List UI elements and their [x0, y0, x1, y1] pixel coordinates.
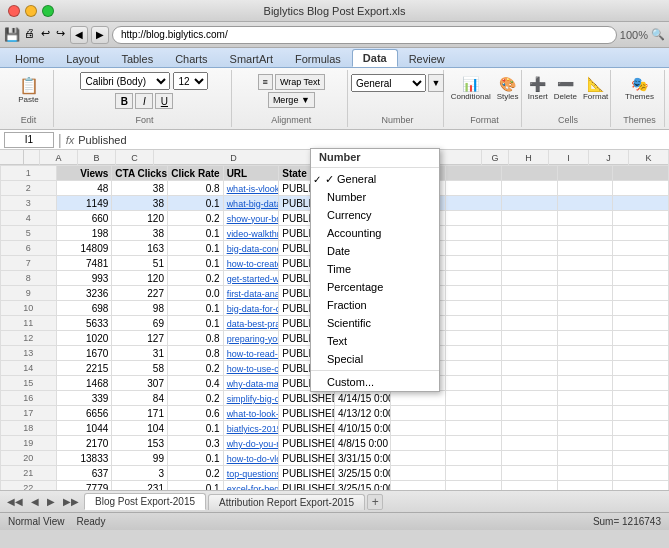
- cell-state[interactable]: PUBLISHED: [279, 421, 335, 436]
- cell-empty[interactable]: [557, 481, 613, 491]
- cell-url[interactable]: biatlyics-2015-conference: [223, 421, 279, 436]
- url-link[interactable]: what-is-vlookup: [227, 184, 279, 194]
- cell-empty[interactable]: [613, 166, 669, 181]
- cell-empty[interactable]: [613, 241, 669, 256]
- cell-state[interactable]: PUBLISHED: [279, 481, 335, 491]
- maximize-button[interactable]: [42, 5, 54, 17]
- cell-views[interactable]: 198: [56, 226, 112, 241]
- cell-empty[interactable]: [501, 196, 557, 211]
- cell-click-rate[interactable]: 0.4: [167, 376, 223, 391]
- cell-views[interactable]: 1468: [56, 376, 112, 391]
- cell-click-rate[interactable]: 0.1: [167, 301, 223, 316]
- cell-empty[interactable]: [501, 316, 557, 331]
- cell-url[interactable]: big-data-for-dummies: [223, 301, 279, 316]
- cell-empty[interactable]: [446, 436, 502, 451]
- cell-empty[interactable]: [501, 211, 557, 226]
- cell-cta[interactable]: 31: [112, 346, 168, 361]
- cell-empty[interactable]: [446, 226, 502, 241]
- dropdown-item-number[interactable]: Number: [311, 188, 439, 206]
- delete-button[interactable]: ➖ Delete: [552, 74, 579, 103]
- cell-cta[interactable]: 98: [112, 301, 168, 316]
- cell-empty[interactable]: [613, 226, 669, 241]
- cell-empty[interactable]: [501, 226, 557, 241]
- cell-url[interactable]: what-to-look-for-in-data-software: [223, 406, 279, 421]
- cell-empty[interactable]: [446, 421, 502, 436]
- cell-cta[interactable]: 120: [112, 211, 168, 226]
- cell-url[interactable]: how-to-do-vlookup: [223, 451, 279, 466]
- dropdown-item-fraction[interactable]: Fraction: [311, 296, 439, 314]
- cell-empty[interactable]: [390, 451, 446, 466]
- number-format-select[interactable]: General Number Currency Accounting Date …: [351, 74, 426, 92]
- cell-empty[interactable]: [390, 466, 446, 481]
- cell-click-rate[interactable]: 0.1: [167, 316, 223, 331]
- cell-empty[interactable]: [390, 406, 446, 421]
- cell-cta[interactable]: 227: [112, 286, 168, 301]
- cell-cta[interactable]: 104: [112, 421, 168, 436]
- cell-cta[interactable]: 127: [112, 331, 168, 346]
- cell-url[interactable]: video-walkthrough-excel: [223, 226, 279, 241]
- cell-url[interactable]: how-to-create-a-pivot-table: [223, 256, 279, 271]
- cell-click-rate[interactable]: 0.2: [167, 211, 223, 226]
- dropdown-item-text[interactable]: Text: [311, 332, 439, 350]
- cell-empty[interactable]: [613, 406, 669, 421]
- cell-empty[interactable]: [446, 376, 502, 391]
- cell-empty[interactable]: [446, 181, 502, 196]
- cell-empty[interactable]: [446, 241, 502, 256]
- cell-cta[interactable]: 69: [112, 316, 168, 331]
- cell-url[interactable]: data-best-practices-slideshare: [223, 316, 279, 331]
- url-link[interactable]: video-walkthrough-excel: [227, 229, 279, 239]
- font-family-select[interactable]: Calibri (Body): [80, 72, 170, 90]
- cell-empty[interactable]: [613, 211, 669, 226]
- cell-empty[interactable]: [613, 346, 669, 361]
- cell-empty[interactable]: [557, 211, 613, 226]
- insert-button[interactable]: ➕ Insert: [526, 74, 550, 103]
- url-link[interactable]: biatlyics-2015-conference: [227, 424, 279, 434]
- cell-url[interactable]: why-data-matters: [223, 376, 279, 391]
- col-header-c[interactable]: C: [116, 150, 154, 165]
- cell-empty[interactable]: [501, 241, 557, 256]
- col-header-h[interactable]: H: [509, 150, 549, 165]
- cell-views[interactable]: 698: [56, 301, 112, 316]
- paste-button[interactable]: 📋 Paste: [16, 74, 40, 106]
- cell-empty[interactable]: [501, 436, 557, 451]
- cell-empty[interactable]: [446, 301, 502, 316]
- tab-review[interactable]: Review: [398, 49, 456, 67]
- cell-published[interactable]: 4/10/15 0:00 10:13:45 AM: [334, 421, 390, 436]
- sheet-tab-blog[interactable]: Blog Post Export-2015: [84, 493, 206, 510]
- cell-empty[interactable]: [446, 346, 502, 361]
- url-link[interactable]: what-to-look-for-in-data-software: [227, 409, 279, 419]
- cell-cta[interactable]: CTA Clicks: [112, 166, 168, 181]
- col-header-i[interactable]: I: [549, 150, 589, 165]
- cell-empty[interactable]: [557, 196, 613, 211]
- cell-empty[interactable]: [446, 331, 502, 346]
- cell-views[interactable]: 339: [56, 391, 112, 406]
- cell-empty[interactable]: [613, 256, 669, 271]
- cell-state[interactable]: PUBLISHED: [279, 406, 335, 421]
- cell-empty[interactable]: [557, 301, 613, 316]
- cell-url[interactable]: what-big-data-means: [223, 196, 279, 211]
- cell-url[interactable]: what-is-vlookup: [223, 181, 279, 196]
- cell-cta[interactable]: 51: [112, 256, 168, 271]
- cell-empty[interactable]: [390, 481, 446, 491]
- url-link[interactable]: get-started-with-big-data: [227, 274, 279, 284]
- underline-button[interactable]: U: [155, 93, 173, 109]
- cell-empty[interactable]: [501, 406, 557, 421]
- col-header-d[interactable]: D: [154, 150, 314, 165]
- url-link[interactable]: simplify-big-data: [227, 394, 279, 404]
- cell-url[interactable]: show-your-boss-data: [223, 211, 279, 226]
- cell-empty[interactable]: [557, 391, 613, 406]
- cell-empty[interactable]: [613, 421, 669, 436]
- tab-smartart[interactable]: SmartArt: [219, 49, 284, 67]
- url-link[interactable]: what-big-data-means: [227, 199, 279, 209]
- cell-empty[interactable]: [501, 451, 557, 466]
- cell-click-rate[interactable]: 0.8: [167, 346, 223, 361]
- sheet-prev-button[interactable]: ◀: [28, 496, 42, 507]
- url-link[interactable]: how-to-create-a-pivot-table: [227, 259, 279, 269]
- cell-cta[interactable]: 120: [112, 271, 168, 286]
- save-icon[interactable]: 💾: [4, 27, 20, 42]
- cell-empty[interactable]: [446, 286, 502, 301]
- cell-url[interactable]: first-data-analysis: [223, 286, 279, 301]
- cell-empty[interactable]: [501, 376, 557, 391]
- cell-state[interactable]: PUBLISHED: [279, 391, 335, 406]
- cell-click-rate[interactable]: 0.2: [167, 391, 223, 406]
